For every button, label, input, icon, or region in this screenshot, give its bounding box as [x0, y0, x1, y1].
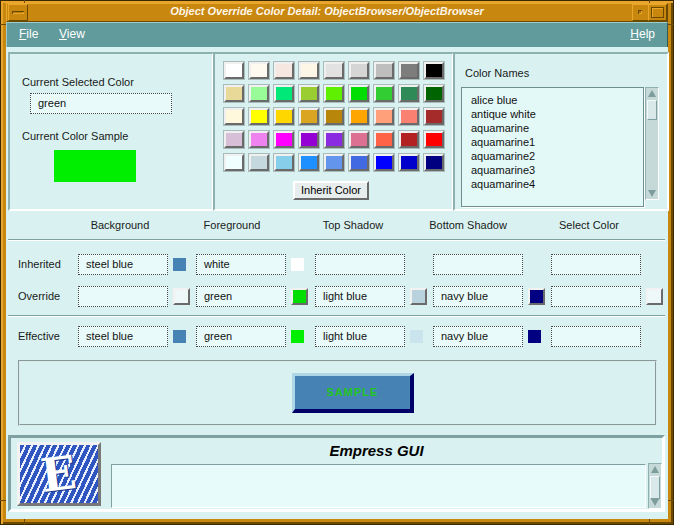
scroll-up-icon[interactable] [647, 88, 657, 99]
palette-swatch-r1c4[interactable] [299, 62, 319, 79]
palette-swatch-r2c2[interactable] [249, 85, 269, 102]
palette-swatch-r2c8[interactable] [399, 85, 419, 102]
palette-swatch-r1c8[interactable] [399, 62, 419, 79]
color-name-item[interactable]: aquamarine [462, 121, 643, 135]
effective-foreground-field[interactable]: green [196, 326, 286, 347]
palette-swatch-r3c2[interactable] [249, 108, 269, 125]
inherited-select-color-field[interactable] [551, 254, 641, 275]
column-header: Top Shadow [303, 219, 403, 231]
palette-swatch-r4c8[interactable] [399, 131, 419, 148]
palette-swatch-r2c7[interactable] [374, 85, 394, 102]
menu-help[interactable]: Help [626, 26, 659, 43]
scroll-down-icon[interactable] [647, 188, 657, 199]
palette-swatch-r2c3[interactable] [274, 85, 294, 102]
effective-background-field[interactable]: steel blue [78, 326, 168, 347]
palette-swatch-r2c4[interactable] [299, 85, 319, 102]
override-bottom-shadow-field[interactable]: navy blue [433, 286, 523, 307]
menu-file[interactable]: File [15, 26, 42, 43]
footer-title: Empress GUI [107, 442, 646, 459]
maximize-button[interactable] [648, 4, 667, 21]
palette-swatch-r3c9[interactable] [424, 108, 444, 125]
palette-swatch-r1c5[interactable] [324, 62, 344, 79]
color-name-item[interactable]: aquamarine1 [462, 135, 643, 149]
palette-swatch-r1c9[interactable] [424, 62, 444, 79]
override-background-field[interactable] [78, 286, 168, 307]
palette-swatch-r2c6[interactable] [349, 85, 369, 102]
titlebar[interactable]: Object Override Color Detail: ObjectBrow… [6, 3, 668, 22]
palette-swatch-r3c1[interactable] [224, 108, 244, 125]
override-foreground-swatch[interactable] [291, 288, 308, 305]
palette-swatch-r5c5[interactable] [324, 154, 344, 171]
color-name-item[interactable]: aquamarine4 [462, 177, 643, 191]
inherited-top-shadow-field[interactable] [315, 254, 405, 275]
palette-swatch-r4c5[interactable] [324, 131, 344, 148]
palette-swatch-r1c7[interactable] [374, 62, 394, 79]
override-bottom-shadow-swatch[interactable] [528, 288, 545, 305]
window-menu-button[interactable] [8, 4, 28, 21]
palette-swatch-r3c7[interactable] [374, 108, 394, 125]
palette-swatch-r4c2[interactable] [249, 131, 269, 148]
palette-swatch-r4c9[interactable] [424, 131, 444, 148]
selected-color-label: Current Selected Color [22, 76, 134, 88]
menu-view[interactable]: View [55, 26, 89, 43]
message-area[interactable] [111, 464, 646, 508]
message-scrollbar[interactable] [648, 463, 662, 509]
inherited-background-field[interactable]: steel blue [78, 254, 168, 275]
palette-swatch-r3c6[interactable] [349, 108, 369, 125]
override-top-shadow-swatch[interactable] [410, 288, 427, 305]
override-select-color-swatch[interactable] [646, 288, 663, 305]
palette-swatch-r5c6[interactable] [349, 154, 369, 171]
palette-swatch-r4c1[interactable] [224, 131, 244, 148]
palette-swatch-r4c7[interactable] [374, 131, 394, 148]
override-top-shadow-field[interactable]: light blue [315, 286, 405, 307]
scrollbar-thumb[interactable] [650, 476, 660, 499]
palette-swatch-r3c4[interactable] [299, 108, 319, 125]
color-names-list[interactable]: alice blueantique whiteaquamarineaquamar… [461, 87, 644, 207]
effective-top-shadow-field[interactable]: light blue [315, 326, 405, 347]
override-foreground-field[interactable]: green [196, 286, 286, 307]
color-name-item[interactable]: alice blue [462, 93, 643, 107]
scroll-down-icon[interactable] [650, 497, 660, 508]
palette-swatch-r1c1[interactable] [224, 62, 244, 79]
color-name-item[interactable]: aquamarine3 [462, 163, 643, 177]
palette-swatch-r5c7[interactable] [374, 154, 394, 171]
empress-logo: E [17, 442, 101, 506]
scrollbar-thumb[interactable] [647, 100, 657, 120]
color-names-scrollbar[interactable] [645, 87, 659, 200]
palette-swatch-r1c2[interactable] [249, 62, 269, 79]
palette-swatch-r5c8[interactable] [399, 154, 419, 171]
palette-swatch-r3c3[interactable] [274, 108, 294, 125]
palette-swatch-r3c8[interactable] [399, 108, 419, 125]
palette-swatch-r4c4[interactable] [299, 131, 319, 148]
palette-swatch-r4c6[interactable] [349, 131, 369, 148]
color-name-item[interactable]: antique white [462, 107, 643, 121]
palette-swatch-r4c3[interactable] [274, 131, 294, 148]
selected-color-field[interactable]: green [30, 93, 172, 114]
palette-swatch-r5c9[interactable] [424, 154, 444, 171]
inherited-foreground-field[interactable]: white [196, 254, 286, 275]
palette-swatch-r5c4[interactable] [299, 154, 319, 171]
frame-notch [24, 519, 25, 525]
inherit-color-button[interactable]: Inherit Color [293, 181, 369, 200]
override-select-color-field[interactable] [551, 286, 641, 307]
override-background-swatch[interactable] [173, 288, 190, 305]
palette-swatch-r5c3[interactable] [274, 154, 294, 171]
inherited-bottom-shadow-field[interactable] [433, 254, 523, 275]
effective-top-shadow-swatch [410, 330, 423, 343]
row-label-effective: Effective [18, 326, 60, 347]
minimize-button[interactable] [632, 4, 649, 21]
footer-panel: E Empress GUI [8, 435, 665, 512]
palette-swatch-r2c1[interactable] [224, 85, 244, 102]
palette-swatch-r1c3[interactable] [274, 62, 294, 79]
palette-swatch-r2c5[interactable] [324, 85, 344, 102]
scroll-up-icon[interactable] [650, 464, 660, 475]
palette-swatch-r1c6[interactable] [349, 62, 369, 79]
palette-swatch-r2c9[interactable] [424, 85, 444, 102]
effective-select-color-field[interactable] [551, 326, 641, 347]
effective-bottom-shadow-field[interactable]: navy blue [433, 326, 523, 347]
palette-swatch-r5c2[interactable] [249, 154, 269, 171]
color-name-item[interactable]: aquamarine2 [462, 149, 643, 163]
sample-button[interactable]: SAMPLE [292, 373, 414, 413]
palette-swatch-r5c1[interactable] [224, 154, 244, 171]
palette-swatch-r3c5[interactable] [324, 108, 344, 125]
